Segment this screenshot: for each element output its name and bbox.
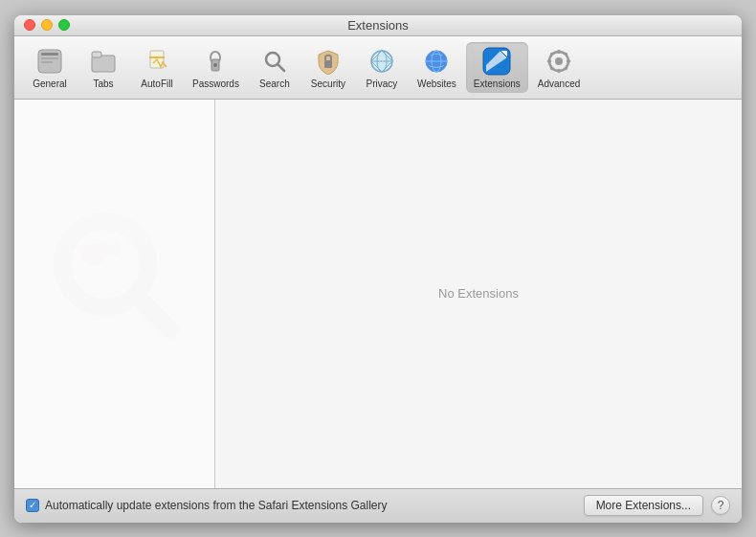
auto-update-label: Automatically update extensions from the… — [45, 499, 388, 512]
security-icon — [313, 46, 344, 77]
tab-search[interactable]: Search — [249, 42, 300, 93]
help-button[interactable]: ? — [711, 496, 730, 515]
tab-general[interactable]: General — [24, 42, 76, 93]
svg-rect-3 — [41, 61, 53, 63]
bottom-bar: Automatically update extensions from the… — [14, 488, 742, 523]
main-window: Extensions General Ta — [14, 15, 742, 523]
tab-advanced[interactable]: Advanced — [530, 42, 588, 93]
autofill-icon — [142, 46, 172, 77]
more-extensions-button[interactable]: More Extensions... — [584, 495, 703, 516]
auto-update-checkbox[interactable] — [26, 499, 39, 512]
tab-websites[interactable]: Websites — [410, 42, 464, 93]
extension-detail-panel: No Extensions — [215, 100, 742, 488]
svg-point-10 — [213, 63, 217, 67]
traffic-lights — [24, 19, 70, 31]
tabs-icon — [88, 46, 119, 77]
svg-rect-13 — [324, 60, 332, 68]
tab-websites-label: Websites — [417, 78, 456, 89]
tab-privacy-label: Privacy — [367, 78, 398, 89]
svg-point-26 — [555, 57, 563, 65]
websites-icon — [421, 46, 452, 77]
list-watermark — [38, 202, 191, 355]
advanced-icon — [544, 46, 574, 77]
svg-rect-5 — [92, 52, 101, 57]
svg-rect-1 — [41, 53, 58, 56]
tab-autofill-label: AutoFill — [141, 78, 172, 89]
svg-rect-30 — [567, 59, 570, 62]
svg-point-36 — [80, 238, 107, 265]
close-button[interactable] — [24, 19, 35, 31]
passwords-icon — [200, 46, 231, 77]
extensions-icon — [481, 46, 512, 77]
content-area: No Extensions — [14, 100, 742, 488]
toolbar: General Tabs AutoFill — [14, 36, 742, 100]
svg-rect-2 — [41, 57, 58, 59]
tab-search-label: Search — [259, 78, 290, 89]
tab-privacy[interactable]: Privacy — [356, 42, 408, 93]
svg-line-12 — [278, 64, 284, 71]
tab-general-label: General — [33, 78, 67, 89]
tab-passwords-label: Passwords — [192, 78, 239, 89]
svg-rect-29 — [547, 59, 551, 62]
tab-advanced-label: Advanced — [538, 78, 580, 89]
tab-extensions-label: Extensions — [474, 78, 521, 89]
svg-line-38 — [139, 298, 170, 329]
svg-rect-4 — [92, 56, 115, 72]
tab-autofill[interactable]: AutoFill — [131, 42, 183, 93]
search-icon — [259, 46, 290, 77]
svg-point-37 — [105, 240, 121, 256]
general-icon — [34, 46, 65, 77]
svg-rect-28 — [558, 69, 561, 73]
tab-passwords[interactable]: Passwords — [185, 42, 247, 93]
auto-update-wrap: Automatically update extensions from the… — [26, 499, 576, 512]
title-bar: Extensions — [14, 15, 742, 36]
minimize-button[interactable] — [41, 19, 53, 31]
extension-list-panel — [14, 100, 215, 488]
tab-tabs[interactable]: Tabs — [78, 42, 129, 93]
maximize-button[interactable] — [58, 19, 70, 31]
tab-tabs-label: Tabs — [93, 78, 113, 89]
svg-rect-27 — [558, 50, 561, 54]
tab-security-label: Security — [311, 78, 345, 89]
tab-extensions[interactable]: Extensions — [466, 42, 528, 93]
window-title: Extensions — [347, 18, 409, 33]
privacy-icon — [367, 46, 397, 77]
tab-security[interactable]: Security — [302, 42, 354, 93]
no-extensions-label: No Extensions — [438, 286, 519, 301]
